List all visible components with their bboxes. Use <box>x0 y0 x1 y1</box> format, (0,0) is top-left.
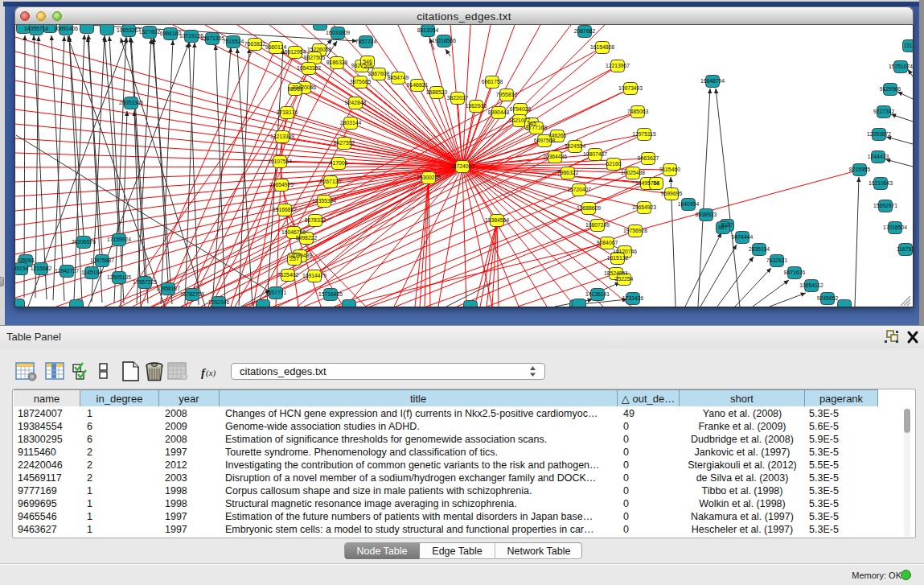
svg-text:14055714: 14055714 <box>24 26 48 31</box>
svg-text:19654923: 19654923 <box>632 204 656 210</box>
svg-text:16154808: 16154808 <box>590 44 614 50</box>
svg-text:10653267: 10653267 <box>117 27 141 33</box>
svg-text:3875685: 3875685 <box>350 79 372 84</box>
svg-text:8186328: 8186328 <box>326 60 348 65</box>
svg-text:12975115: 12975115 <box>632 131 656 137</box>
svg-text:10973493: 10973493 <box>618 85 643 91</box>
svg-text:116753: 116753 <box>897 246 913 252</box>
svg-text:9474444: 9474444 <box>732 234 754 240</box>
svg-text:1733426: 1733426 <box>622 295 644 301</box>
svg-text:18724007: 18724007 <box>450 163 474 169</box>
svg-text:10807487: 10807487 <box>583 151 607 157</box>
svg-text:64: 64 <box>653 180 659 186</box>
svg-text:8938923: 8938923 <box>696 212 717 217</box>
svg-text:12093872: 12093872 <box>867 131 891 137</box>
svg-text:9699695: 9699695 <box>661 191 683 196</box>
svg-text:1112: 1112 <box>904 43 913 48</box>
svg-text:257: 257 <box>290 256 299 262</box>
svg-text:16782759: 16782759 <box>180 291 204 297</box>
svg-text:16046756: 16046756 <box>281 229 306 235</box>
svg-text:15716485: 15716485 <box>318 291 343 297</box>
svg-text:20691406: 20691406 <box>54 26 78 31</box>
svg-text:9660124: 9660124 <box>265 44 287 50</box>
svg-text:12942737: 12942737 <box>55 268 79 274</box>
svg-text:7986322: 7986322 <box>557 170 579 175</box>
svg-text:15720407: 15720407 <box>567 187 591 192</box>
svg-text:1145194: 1145194 <box>81 270 102 275</box>
svg-text:1615132: 1615132 <box>607 255 629 261</box>
svg-text:2803144: 2803144 <box>340 120 362 126</box>
svg-text:62160: 62160 <box>606 161 622 167</box>
svg-text:19218506: 19218506 <box>432 38 456 43</box>
svg-text:12355394: 12355394 <box>312 198 336 204</box>
svg-text:7485063: 7485063 <box>627 109 649 114</box>
svg-text:8678332: 8678332 <box>305 217 326 223</box>
svg-text:8990448: 8990448 <box>488 109 510 115</box>
svg-text:19166827: 19166827 <box>273 207 297 212</box>
svg-text:1292346: 1292346 <box>208 299 230 305</box>
svg-text:2935114: 2935114 <box>749 246 770 252</box>
svg-text:9327505: 9327505 <box>304 55 326 60</box>
svg-text:7663822: 7663822 <box>244 41 266 47</box>
svg-text:7625402: 7625402 <box>277 272 299 278</box>
svg-text:20053346: 20053346 <box>119 100 143 105</box>
svg-text:2087682: 2087682 <box>574 28 596 34</box>
svg-text:7515524: 7515524 <box>223 39 244 44</box>
svg-text:16914479: 16914479 <box>302 273 326 278</box>
svg-text:9463627: 9463627 <box>638 155 659 161</box>
svg-text:12505135: 12505135 <box>107 274 131 280</box>
svg-text:12213967: 12213967 <box>606 63 630 68</box>
svg-text:8215955: 8215955 <box>849 167 871 172</box>
svg-text:1640954: 1640954 <box>678 201 700 207</box>
svg-text:19384554: 19384554 <box>485 217 509 223</box>
svg-text:10654112: 10654112 <box>799 282 823 288</box>
svg-text:2718176: 2718176 <box>277 109 298 115</box>
svg-text:16120746: 16120746 <box>613 249 637 254</box>
svg-text:10688609: 10688609 <box>577 205 601 211</box>
svg-text:20364436: 20364436 <box>543 154 567 159</box>
svg-text:9115460: 9115460 <box>659 167 680 172</box>
svg-text:25300275: 25300275 <box>417 175 441 180</box>
svg-text:9245652: 9245652 <box>817 295 839 301</box>
svg-text:9777169: 9777169 <box>526 125 548 130</box>
svg-text:2367608: 2367608 <box>368 71 390 76</box>
svg-text:8498222: 8498222 <box>296 235 318 241</box>
svg-text:435061: 435061 <box>17 257 35 263</box>
svg-text:9084067: 9084067 <box>597 240 618 245</box>
svg-text:6961758: 6961758 <box>482 79 503 84</box>
svg-text:8454749: 8454749 <box>388 75 409 80</box>
svg-text:15226058: 15226058 <box>307 47 331 52</box>
svg-text:9242848: 9242848 <box>345 100 367 105</box>
svg-text:9146821: 9146821 <box>407 82 429 88</box>
svg-text:10958107: 10958107 <box>156 286 180 291</box>
svg-text:417006: 417006 <box>330 160 348 166</box>
svg-text:14136141: 14136141 <box>585 291 610 297</box>
svg-text:16210643: 16210643 <box>869 180 893 186</box>
svg-text:8427552: 8427552 <box>334 140 355 146</box>
svg-text:12213389: 12213389 <box>270 134 294 139</box>
svg-text:3822037: 3822037 <box>447 95 469 101</box>
svg-text:19654925: 19654925 <box>269 182 294 187</box>
svg-text:10107554: 10107554 <box>268 159 292 164</box>
svg-text:8912954: 8912954 <box>285 49 306 55</box>
svg-text:6794028: 6794028 <box>510 106 532 112</box>
svg-text:15692971: 15692971 <box>873 203 897 208</box>
svg-text:7955812: 7955812 <box>496 92 518 97</box>
svg-text:1215682: 1215682 <box>31 266 52 271</box>
svg-text:39154: 39154 <box>15 266 29 271</box>
svg-text:1588520: 1588520 <box>426 89 448 95</box>
svg-text:16671355: 16671355 <box>200 35 224 41</box>
svg-text:17159924: 17159924 <box>107 237 131 242</box>
svg-text:18807249: 18807249 <box>585 222 610 228</box>
svg-text:9227342: 9227342 <box>873 109 895 114</box>
svg-text:6497568: 6497568 <box>534 138 556 143</box>
svg-text:16033809: 16033809 <box>326 30 350 35</box>
svg-text:687: 687 <box>718 225 728 230</box>
svg-text:19756928: 19756928 <box>623 228 647 233</box>
svg-text:7632621: 7632621 <box>766 257 788 263</box>
svg-text:9657771: 9657771 <box>265 290 287 295</box>
svg-text:1244413: 1244413 <box>868 154 889 159</box>
svg-text:546: 546 <box>363 59 372 64</box>
svg-text:1527602: 1527602 <box>139 29 161 35</box>
svg-text:(x): (x) <box>206 368 216 378</box>
